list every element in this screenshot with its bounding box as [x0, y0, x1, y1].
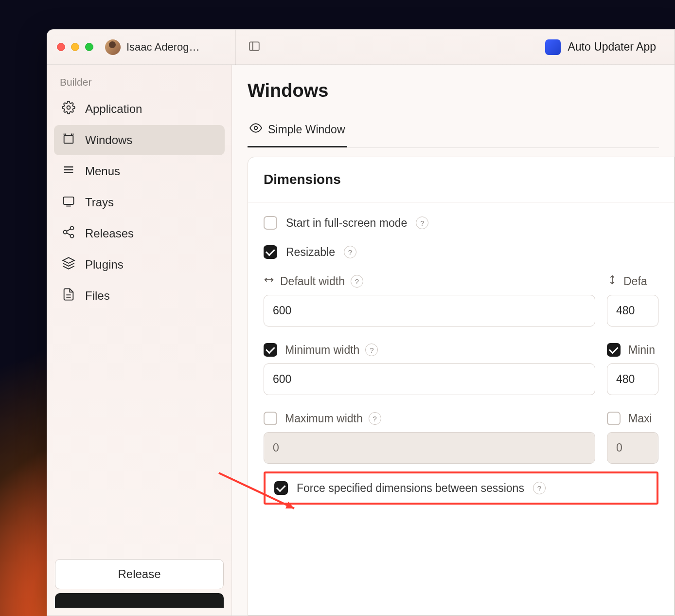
svg-line-13: [67, 233, 71, 236]
resizable-label: Resizable: [286, 246, 335, 259]
help-icon[interactable]: ?: [344, 246, 356, 258]
sidebar: Builder Application Windows Menus Trays …: [47, 65, 232, 616]
min-width-label-row: Minimum width ?: [264, 343, 595, 357]
window-icon: [62, 132, 75, 148]
min-height-input[interactable]: [607, 363, 658, 395]
arrows-vertical-icon: [607, 274, 618, 288]
svg-point-2: [67, 106, 71, 109]
sidebar-item-releases[interactable]: Releases: [54, 218, 225, 249]
force-dimensions-label: Force specified dimensions between sessi…: [297, 482, 524, 495]
layers-icon: [62, 256, 75, 273]
menu-icon: [62, 163, 75, 180]
default-width-col: Default width ?: [264, 274, 595, 326]
svg-point-17: [254, 127, 258, 130]
svg-point-11: [71, 235, 74, 238]
min-width-col: Minimum width ?: [264, 343, 595, 395]
max-width-col: Maximum width ?: [264, 412, 595, 464]
default-size-row: Default width ? Defa: [264, 274, 658, 326]
release-button[interactable]: Release: [55, 559, 224, 589]
max-height-input[interactable]: [607, 432, 658, 464]
help-icon[interactable]: ?: [351, 275, 363, 288]
bottom-bar: [55, 593, 224, 608]
min-height-checkbox[interactable]: [607, 343, 621, 357]
max-width-input[interactable]: [264, 432, 595, 464]
share-icon: [62, 225, 75, 242]
titlebar-toolbar: Auto Updater App: [236, 37, 665, 57]
svg-line-12: [67, 229, 71, 232]
svg-marker-14: [63, 257, 74, 263]
fullscreen-row: Start in full-screen mode ?: [264, 216, 658, 230]
sidebar-item-application[interactable]: Application: [54, 94, 225, 124]
svg-point-10: [64, 231, 67, 234]
sidebar-item-trays[interactable]: Trays: [54, 187, 225, 217]
max-height-label: Maxi: [628, 412, 652, 425]
close-window-button[interactable]: [57, 43, 65, 51]
maximize-window-button[interactable]: [85, 43, 93, 51]
max-width-label: Maximum width: [285, 412, 363, 425]
help-icon[interactable]: ?: [416, 217, 428, 229]
sidebar-section-label: Builder: [54, 76, 225, 94]
min-width-input[interactable]: [264, 363, 595, 395]
sidebar-item-windows[interactable]: Windows: [54, 125, 225, 155]
sidebar-item-menus[interactable]: Menus: [54, 156, 225, 186]
help-icon[interactable]: ?: [365, 344, 378, 356]
card-header: Dimensions: [248, 157, 674, 202]
max-width-label-row: Maximum width ?: [264, 412, 595, 425]
max-size-row: Maximum width ? Maxi: [264, 412, 658, 464]
traffic-lights: [57, 43, 93, 51]
app-title: Auto Updater App: [568, 40, 656, 54]
tab-label: Simple Window: [268, 123, 345, 136]
max-height-col: Maxi: [607, 412, 658, 464]
min-height-col: Minin: [607, 343, 658, 395]
main-header: Windows Simple Window: [232, 65, 675, 148]
tray-icon: [62, 194, 75, 211]
user-name: Isaac Aderog…: [126, 41, 224, 54]
main-content: Windows Simple Window Dimensions: [232, 65, 675, 616]
sidebar-item-label: Files: [85, 289, 110, 303]
default-width-input[interactable]: [264, 295, 595, 326]
resizable-row: Resizable ?: [264, 245, 658, 259]
minimize-window-button[interactable]: [71, 43, 79, 51]
avatar[interactable]: [105, 39, 121, 55]
eye-icon: [249, 122, 262, 137]
card-body: Start in full-screen mode ? Resizable ?: [248, 202, 674, 518]
force-dimensions-checkbox[interactable]: [274, 481, 288, 495]
file-icon: [62, 288, 75, 304]
tabs: Simple Window: [248, 115, 659, 148]
sidebar-item-label: Releases: [85, 227, 134, 240]
gear-icon: [62, 101, 75, 117]
sidebar-toggle-button[interactable]: [245, 37, 264, 57]
sidebar-item-label: Plugins: [85, 258, 124, 272]
min-width-checkbox[interactable]: [264, 343, 277, 357]
default-height-col: Defa: [607, 274, 658, 326]
force-dimensions-row: Force specified dimensions between sessi…: [274, 481, 648, 495]
sidebar-item-plugins[interactable]: Plugins: [54, 250, 225, 280]
card-title: Dimensions: [264, 172, 658, 187]
default-height-input[interactable]: [607, 295, 658, 326]
sidebar-item-label: Application: [85, 102, 142, 116]
tab-simple-window[interactable]: Simple Window: [248, 115, 347, 147]
min-width-label: Minimum width: [285, 344, 359, 357]
sidebar-item-label: Trays: [85, 196, 114, 209]
max-width-checkbox[interactable]: [264, 412, 277, 425]
sidebar-item-label: Menus: [85, 164, 120, 178]
max-height-label-row: Maxi: [607, 412, 658, 425]
resizable-checkbox[interactable]: [264, 245, 277, 259]
sidebar-item-files[interactable]: Files: [54, 281, 225, 311]
default-width-label: Default width: [280, 275, 345, 288]
fullscreen-checkbox[interactable]: [264, 216, 277, 230]
app-window: Isaac Aderog… Auto Updater App Builder A…: [47, 29, 675, 616]
max-height-checkbox[interactable]: [607, 412, 621, 425]
dimensions-card: Dimensions Start in full-screen mode ? R…: [248, 157, 675, 616]
min-height-label-row: Minin: [607, 343, 658, 357]
fullscreen-label: Start in full-screen mode: [286, 217, 407, 230]
titlebar: Isaac Aderog… Auto Updater App: [47, 30, 675, 65]
default-width-label-row: Default width ?: [264, 274, 595, 288]
arrows-horizontal-icon: [264, 274, 274, 288]
help-icon[interactable]: ?: [369, 412, 381, 425]
svg-rect-0: [249, 42, 259, 50]
min-height-label: Minin: [628, 344, 655, 357]
page-title: Windows: [248, 80, 659, 101]
app-icon: [545, 39, 561, 55]
help-icon[interactable]: ?: [533, 482, 546, 494]
